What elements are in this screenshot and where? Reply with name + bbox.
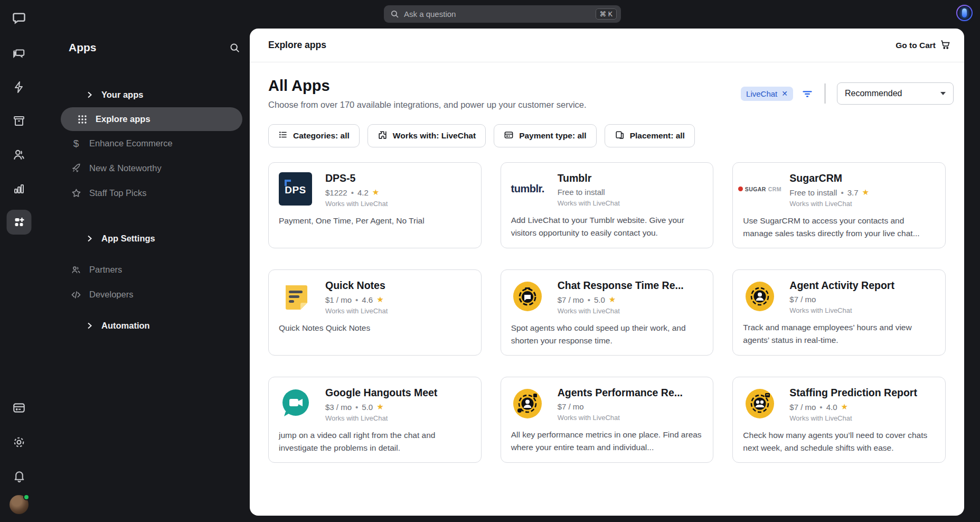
placement-devices-icon <box>615 130 625 142</box>
star-icon <box>841 402 847 412</box>
filter-button-works-with[interactable]: Works with: LiveChat <box>368 124 486 147</box>
works-with-label: Works with LiveChat <box>325 414 437 422</box>
notifications-bell-icon[interactable] <box>11 468 27 484</box>
sidebar-item-new-noteworthy[interactable]: New & Noteworthy <box>53 156 242 181</box>
star-icon <box>372 188 379 197</box>
app-card-dps-5[interactable]: DPS DPS-5 $1222 4.2 Works with LiveChat … <box>268 162 482 248</box>
app-title: Tumblr <box>558 172 620 184</box>
app-logo-hangouts-meet <box>279 387 312 420</box>
sidebar-item-label: Staff Top Picks <box>89 188 147 198</box>
app-meta: $7 / mo 5.0 <box>558 295 684 304</box>
app-card-tumblr[interactable]: tumblr. Tumblr Free to install Works wit… <box>501 162 714 248</box>
sidebar-item-app-settings[interactable]: App Settings <box>53 226 242 251</box>
apps-sidebar: Apps Your apps Explore apps Enhance Ecom… <box>53 0 250 522</box>
customers-icon[interactable] <box>11 147 27 163</box>
filter-button-placement[interactable]: Placement: all <box>605 124 695 147</box>
divider <box>825 83 825 104</box>
filter-button-payment-type[interactable]: Payment type: all <box>494 124 597 147</box>
star-icon <box>862 188 869 197</box>
sidebar-item-automation[interactable]: Automation <box>53 313 242 338</box>
app-logo-sugarcrm: SUGARCRM <box>743 172 776 206</box>
app-logo-dps: DPS <box>279 172 312 206</box>
star-icon <box>609 295 616 304</box>
app-card-staffing-prediction[interactable]: Staffing Prediction Report $7 / mo 4.0 W… <box>732 377 946 463</box>
settings-gear-icon[interactable] <box>11 434 27 450</box>
app-meta: Free to install <box>558 188 620 197</box>
sidebar-item-label: App Settings <box>101 234 155 244</box>
panel-body: All Apps Choose from over 170 available … <box>250 62 964 516</box>
code-icon <box>70 290 82 300</box>
livechat-logo-icon[interactable] <box>11 11 27 26</box>
works-with-label: Works with LiveChat <box>789 414 917 422</box>
star-icon <box>376 402 383 412</box>
sidebar-item-label: Your apps <box>101 90 143 100</box>
archive-icon[interactable] <box>11 113 27 129</box>
sort-dropdown-value: Recommended <box>845 89 902 98</box>
search-input[interactable] <box>404 10 591 18</box>
sidebar-item-explore-apps[interactable]: Explore apps <box>61 107 242 131</box>
chevron-right-icon <box>84 322 94 330</box>
chevron-down-icon <box>940 92 946 95</box>
app-title: Google Hangouts Meet <box>325 387 437 399</box>
sidebar-item-your-apps[interactable]: Your apps <box>53 82 242 107</box>
app-card-agents-performance[interactable]: Agents Performance Re... $7 / mo Works w… <box>501 377 714 463</box>
sidebar-item-label: Partners <box>89 265 122 275</box>
works-with-label: Works with LiveChat <box>325 307 388 315</box>
go-to-cart-button[interactable]: Go to Cart <box>896 39 950 52</box>
hero-text: All Apps Choose from over 170 available … <box>268 77 587 110</box>
payment-card-icon <box>504 130 514 142</box>
sidebar-search-icon[interactable] <box>229 42 240 53</box>
user-avatar[interactable] <box>10 495 29 514</box>
sidebar-item-enhance-ecommerce[interactable]: Enhance Ecommerce <box>53 131 242 156</box>
filter-button-label: Placement: all <box>630 131 685 141</box>
sidebar-item-developers[interactable]: Developers <box>53 282 242 307</box>
app-title: SugarCRM <box>789 172 869 184</box>
filter-chip-livechat[interactable]: LiveChat <box>741 87 793 101</box>
billing-icon[interactable] <box>11 400 27 416</box>
sidebar-item-staff-top-picks[interactable]: Staff Top Picks <box>53 181 242 206</box>
app-description: Check how many agents you’ll need to cov… <box>743 429 935 454</box>
sidebar-item-label: Enhance Ecommerce <box>89 138 173 148</box>
app-description: All key performance metrics in one place… <box>511 428 703 454</box>
chevron-right-icon <box>84 235 94 243</box>
app-title: Chat Response Time Re... <box>558 279 684 292</box>
app-logo-agent-activity <box>743 279 776 313</box>
works-with-label: Works with LiveChat <box>558 414 683 422</box>
works-with-label: Works with LiveChat <box>558 199 620 207</box>
app-title: Agents Performance Re... <box>558 387 683 399</box>
reports-icon[interactable] <box>11 181 27 197</box>
app-meta: $1 / mo 4.6 <box>325 295 388 304</box>
app-card-agent-activity-report[interactable]: Agent Activity Report $7 / mo Works with… <box>732 269 946 356</box>
app-card-chat-response-time[interactable]: Chat Response Time Re... $7 / mo 5.0 Wor… <box>501 269 714 356</box>
works-with-label: Works with LiveChat <box>558 307 684 315</box>
panel-header: Explore apps Go to Cart <box>250 29 964 62</box>
filter-button-categories[interactable]: Categories: all <box>268 124 360 147</box>
sidebar-item-partners[interactable]: Partners <box>53 257 242 282</box>
filter-funnel-icon[interactable] <box>802 88 813 99</box>
ai-assistant-button[interactable] <box>956 5 973 21</box>
app-meta: Free to install 3.7 <box>789 188 869 197</box>
app-cards-grid: DPS DPS-5 $1222 4.2 Works with LiveChat … <box>268 162 954 463</box>
apps-rail-item-active[interactable] <box>7 210 32 235</box>
app-description: Quick Notes Quick Notes <box>279 322 471 334</box>
app-description: Add LiveChat to your Tumblr website. Giv… <box>511 214 703 239</box>
app-description: Payment, One Time, Per Agent, No Trial <box>279 215 471 227</box>
chip-close-icon[interactable] <box>781 90 788 97</box>
works-with-label: Works with LiveChat <box>325 200 388 208</box>
app-card-quick-notes[interactable]: Quick Notes $1 / mo 4.6 Works with LiveC… <box>268 269 482 356</box>
app-card-sugarcrm[interactable]: SUGARCRM SugarCRM Free to install 3.7 Wo… <box>732 162 946 248</box>
go-to-cart-label: Go to Cart <box>896 41 936 50</box>
global-search[interactable]: ⌘ K <box>384 5 621 23</box>
sort-dropdown[interactable]: Recommended <box>837 82 954 105</box>
chats-icon[interactable] <box>11 45 27 61</box>
app-title: Quick Notes <box>325 279 388 292</box>
filter-chip-label: LiveChat <box>746 89 777 98</box>
traffic-icon[interactable] <box>11 79 27 95</box>
grid-dots-icon <box>77 115 88 124</box>
explore-apps-panel: Explore apps Go to Cart All Apps Choose … <box>250 29 964 516</box>
panel-title: Explore apps <box>268 40 326 51</box>
app-meta: $7 / mo 4.0 <box>789 402 917 412</box>
app-title: Staffing Prediction Report <box>789 387 917 399</box>
ai-assistant-glow <box>957 6 972 20</box>
app-card-google-hangouts-meet[interactable]: Google Hangouts Meet $3 / mo 5.0 Works w… <box>268 377 482 463</box>
